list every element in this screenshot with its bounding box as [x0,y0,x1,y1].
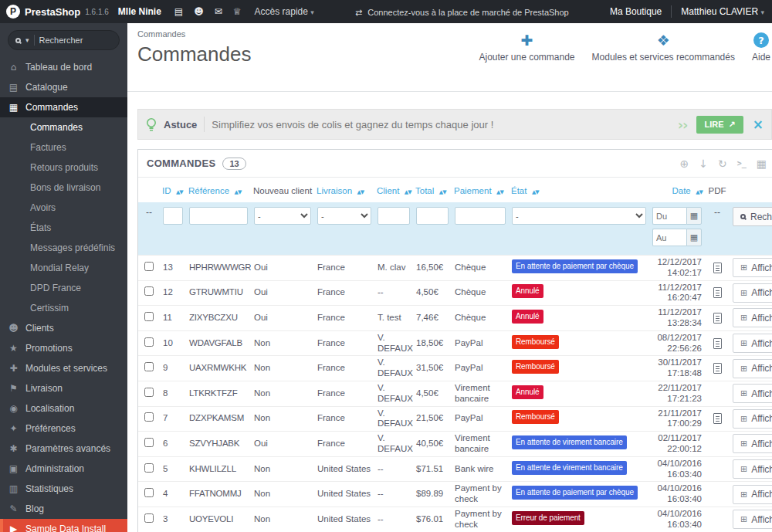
sidebar-search-input[interactable] [39,36,112,45]
row-checkbox[interactable] [144,262,154,271]
sidebar-item[interactable]: ⚑ Livraison [0,378,127,398]
row-checkbox[interactable] [144,312,154,321]
filter-delivery-select[interactable]: - [317,207,371,225]
column-header[interactable]: État ▲▼ [509,178,649,202]
sidebar-item[interactable]: ▤ Catalogue [0,77,127,97]
sort-icon[interactable]: ▲▼ [176,189,183,195]
view-order-button[interactable]: ⊞Afficher [733,434,772,453]
recommended-modules-button[interactable]: ❖ Modules et services recommandés [592,32,735,63]
pdf-document-icon[interactable] [713,287,722,298]
column-header[interactable]: Référence ▲▼ [186,178,251,202]
submenu-item[interactable]: Retours produits [0,158,127,178]
row-checkbox[interactable] [144,438,154,447]
submenu-item[interactable]: Messages prédéfinis [0,238,127,258]
close-icon[interactable]: × [753,117,764,132]
calendar-icon[interactable]: ▦ [686,229,702,246]
column-header[interactable]: Client ▲▼ [374,178,413,202]
submenu-item[interactable]: Factures [0,137,127,158]
sidebar-item[interactable]: ✎ Blog [0,499,127,519]
sidebar-item[interactable]: ★ Promotions [0,338,127,358]
row-checkbox[interactable] [144,388,154,397]
row-checkbox[interactable] [144,463,154,473]
row-checkbox[interactable] [144,488,154,497]
user-menu[interactable]: Matthieu CLAVIER ▾ [681,6,764,17]
calendar-icon[interactable]: ▦ [686,207,702,225]
view-order-button[interactable]: ⊞Afficher [733,308,772,327]
sidebar-item[interactable]: ✱ Paramètres avancés [0,439,127,459]
submenu-item[interactable]: Avoirs [0,198,127,218]
sidebar-item[interactable]: ✚ Modules et services [0,358,127,378]
shop-name-link[interactable]: Mlle Ninie [118,6,161,17]
sidebar-item[interactable]: ☻ Clients [0,318,127,338]
quick-access-menu[interactable]: Accès rapide ▾ [255,6,314,17]
submenu-item[interactable]: États [0,218,127,238]
view-order-button[interactable]: ⊞Afficher [733,384,772,403]
column-header[interactable]: ID ▲▼ [160,178,186,202]
row-checkbox[interactable] [144,362,154,371]
view-order-button[interactable]: ⊞Afficher [733,459,772,479]
pdf-document-icon[interactable] [713,363,722,374]
trophy-icon[interactable]: ♕ [233,6,242,17]
column-header[interactable]: PDF ▲▼ [705,178,730,202]
toolbar-icon[interactable]: >_ [737,157,747,171]
marketplace-link[interactable]: ⇄ Connectez-vous à la place de marché de… [355,8,569,17]
read-button[interactable]: LIRE ↗ [696,116,743,134]
filter-date-to-input[interactable] [652,229,686,246]
view-order-button[interactable]: ⊞Afficher [733,485,772,504]
column-header[interactable]: Livraison ▲▼ [314,178,374,202]
filter-client-input[interactable] [378,207,410,225]
view-order-button[interactable]: ⊞Afficher [733,283,772,303]
cart-icon[interactable]: ▤ [174,6,183,17]
sidebar-item-commandes[interactable]: ▦ Commandes [0,97,127,117]
sidebar-item[interactable]: ✦ Préférences [0,418,127,439]
sort-icon[interactable]: ▲▼ [357,189,364,195]
sidebar-search[interactable]: ▾ [8,30,120,50]
sort-icon[interactable]: ▲▼ [439,189,446,195]
filter-new-client-select[interactable]: - [254,207,311,225]
toolbar-icon[interactable]: ⊕ [680,157,689,171]
search-button[interactable]: Recherche [733,207,772,226]
filter-payment-input[interactable] [455,207,506,225]
row-checkbox[interactable] [144,513,154,523]
sidebar-item[interactable]: ◉ Localisation [0,398,127,418]
sort-icon[interactable]: ▲▼ [405,189,411,195]
filter-reference-input[interactable] [189,207,248,225]
column-header[interactable]: Date ▲▼ [649,178,705,202]
submenu-item[interactable]: Bons de livraison [0,178,127,198]
filter-date-from-input[interactable] [652,207,686,225]
pdf-document-icon[interactable] [713,413,722,424]
messages-icon[interactable]: ✉ [215,6,222,17]
sidebar-item[interactable]: ▥ Statistiques [0,479,127,499]
submenu-item[interactable]: DPD France [0,278,127,298]
sort-icon[interactable]: ▲▼ [532,189,539,195]
submenu-item[interactable]: Mondial Relay [0,258,127,278]
pdf-document-icon[interactable] [713,263,722,273]
column-header[interactable]: Paiement ▲▼ [452,178,509,202]
toolbar-icon[interactable]: ↻ [718,157,727,171]
view-order-button[interactable]: ⊞Afficher [733,258,772,277]
filter-state-select[interactable]: - [512,207,646,225]
filter-id-input[interactable] [163,207,183,225]
filter-total-input[interactable] [416,207,449,225]
pdf-document-icon[interactable] [713,338,722,349]
sidebar-item[interactable]: ⌂ Tableau de bord [0,57,127,77]
view-order-button[interactable]: ⊞Afficher [733,409,772,429]
prestashop-logo-link[interactable]: P PrestaShop 1.6.1.6 [0,5,113,19]
sort-icon[interactable]: ▲▼ [496,189,503,195]
toolbar-icon[interactable]: ▦ [757,157,767,171]
submenu-item[interactable]: Commandes [0,117,127,137]
sidebar-item[interactable]: ▣ Administration [0,459,127,479]
my-shop-link[interactable]: Ma Boutique [610,6,662,17]
pdf-document-icon[interactable] [713,313,722,324]
toolbar-icon[interactable]: ↓ [699,157,708,171]
view-order-button[interactable]: ⊞Afficher [733,510,772,529]
view-order-button[interactable]: ⊞Afficher [733,359,772,378]
sort-icon[interactable]: ▲▼ [696,189,703,195]
column-header[interactable]: Nouveau client ▲▼ [251,178,314,202]
row-checkbox[interactable] [144,337,154,347]
sidebar-item-sample-data[interactable]: ▶ Sample Data Install [0,519,127,532]
sort-icon[interactable]: ▲▼ [235,189,242,195]
view-order-button[interactable]: ⊞Afficher [733,334,772,353]
row-checkbox[interactable] [144,286,154,296]
submenu-item[interactable]: Certissim [0,298,127,318]
